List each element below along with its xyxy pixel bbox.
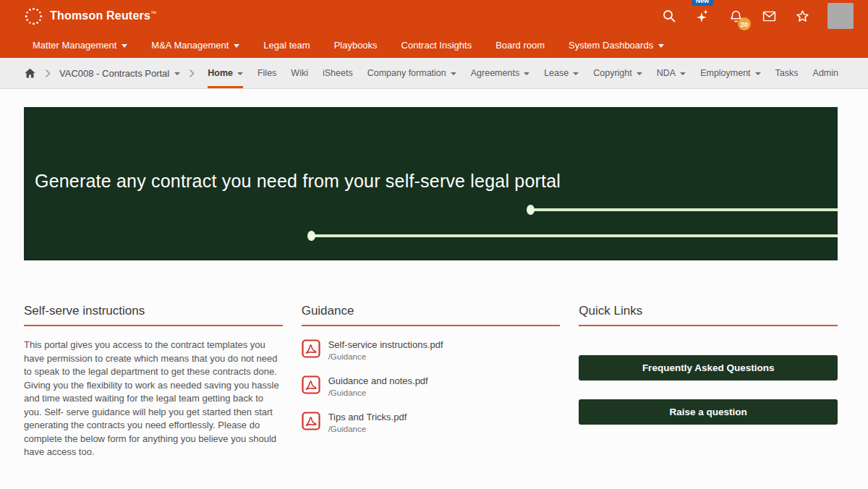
tr-kinesis-icon (24, 7, 43, 26)
chevron-down-icon (122, 44, 127, 48)
self-serve-instructions-section: Self-serve instructions This portal give… (24, 304, 283, 459)
nav-item-playbooks[interactable]: Playbooks (334, 40, 378, 51)
ai-sparkle-icon (694, 8, 710, 24)
decorative-dot (527, 205, 535, 215)
decorative-dot (307, 231, 315, 241)
home-breadcrumb-button[interactable] (24, 67, 36, 79)
nav-item-legal-team[interactable]: Legal team (263, 40, 310, 51)
header-icon-group: New 20 (661, 3, 854, 29)
chevron-right-icon (45, 69, 51, 78)
pdf-file-icon (302, 412, 320, 430)
nav-item-board-room[interactable]: Board room (495, 40, 545, 51)
hero-headline: Generate any contract you need from your… (35, 171, 561, 192)
new-badge: New (692, 0, 713, 6)
chevron-down-icon (237, 72, 243, 75)
tab-lease[interactable]: Lease (544, 58, 579, 88)
chevron-down-icon (680, 72, 686, 75)
chevron-down-icon (573, 72, 579, 75)
favorites-button[interactable] (794, 8, 810, 24)
home-icon (24, 67, 36, 79)
decorative-line (530, 208, 838, 211)
chevron-down-icon (451, 72, 456, 75)
module-tabs: Home Files Wiki iSheets Company formatio… (208, 58, 838, 88)
thomson-reuters-logo[interactable]: Thomson Reuters™ (24, 7, 156, 26)
tab-files[interactable]: Files (258, 58, 276, 88)
tab-wiki[interactable]: Wiki (291, 58, 308, 88)
guidance-section: Guidance Self-service instructions.pdf /… (302, 304, 561, 459)
tab-nda[interactable]: NDA (657, 58, 686, 88)
tab-agreements[interactable]: Agreements (471, 58, 529, 88)
tab-tasks[interactable]: Tasks (775, 58, 799, 88)
nav-item-ma-management[interactable]: M&A Management (151, 40, 239, 51)
nav-item-system-dashboards[interactable]: System Dashboards (569, 40, 664, 51)
file-link[interactable]: Tips and Tricks.pdf (328, 412, 407, 422)
star-icon (795, 9, 810, 24)
ai-assistant-button[interactable]: New (694, 8, 710, 24)
content-columns: Self-serve instructions This portal give… (24, 304, 838, 459)
chevron-down-icon (755, 72, 761, 75)
quick-links-section: Quick Links Frequently Asked Questions R… (579, 304, 838, 459)
chevron-down-icon (524, 72, 529, 75)
page-content: Generate any contract you need from your… (0, 107, 868, 459)
file-row[interactable]: Self-service instructions.pdf /Guidance (302, 339, 561, 361)
file-row[interactable]: Guidance and notes.pdf /Guidance (302, 375, 561, 397)
messages-button[interactable] (761, 8, 777, 24)
notifications-button[interactable]: 20 (728, 8, 744, 24)
chevron-down-icon (234, 44, 239, 48)
faq-button[interactable]: Frequently Asked Questions (579, 355, 838, 380)
tab-isheets[interactable]: iSheets (323, 58, 353, 88)
top-header: Thomson Reuters™ New 20 Matter Manage (0, 0, 868, 58)
section-title: Guidance (302, 304, 561, 326)
pdf-file-icon (302, 375, 320, 394)
envelope-icon (762, 9, 777, 24)
breadcrumb-tab-bar: VAC008 - Contracts Portal Home Files Wik… (0, 58, 868, 89)
chevron-down-icon (174, 72, 180, 75)
decorative-line (311, 234, 838, 237)
tab-copyright[interactable]: Copyright (593, 58, 642, 88)
file-link[interactable]: Guidance and notes.pdf (328, 375, 428, 386)
user-avatar[interactable] (827, 3, 854, 29)
brand-name: Thomson Reuters (50, 9, 150, 22)
instructions-body: This portal gives you access to the cont… (24, 339, 283, 459)
tab-company-formation[interactable]: Company formation (367, 58, 456, 88)
site-selector[interactable]: VAC008 - Contracts Portal (59, 68, 180, 79)
hero-banner: Generate any contract you need from your… (24, 107, 838, 260)
file-path: /Guidance (328, 425, 407, 433)
chevron-down-icon (637, 72, 642, 75)
chevron-right-icon (189, 69, 195, 78)
raise-question-button[interactable]: Raise a question (579, 399, 838, 425)
file-link[interactable]: Self-service instructions.pdf (328, 339, 443, 350)
tab-admin[interactable]: Admin (813, 58, 838, 88)
search-icon (662, 9, 676, 23)
nav-item-matter-management[interactable]: Matter Management (33, 40, 127, 51)
section-title: Quick Links (579, 304, 838, 326)
section-title: Self-serve instructions (24, 304, 283, 326)
header-row: Thomson Reuters™ New 20 (0, 0, 868, 32)
pdf-file-icon (302, 339, 320, 358)
file-path: /Guidance (328, 352, 443, 361)
brand-trademark: ™ (150, 10, 156, 17)
search-button[interactable] (661, 8, 677, 24)
guidance-file-list: Self-service instructions.pdf /Guidance … (302, 339, 561, 433)
primary-nav: Matter Management M&A Management Legal t… (0, 32, 868, 58)
tab-home[interactable]: Home (208, 58, 243, 88)
chevron-down-icon (658, 44, 664, 48)
nav-item-contract-insights[interactable]: Contract Insights (401, 40, 472, 51)
notification-count-badge: 20 (738, 17, 751, 30)
file-path: /Guidance (328, 388, 428, 397)
file-row[interactable]: Tips and Tricks.pdf /Guidance (302, 412, 561, 433)
tab-employment[interactable]: Employment (700, 58, 760, 88)
